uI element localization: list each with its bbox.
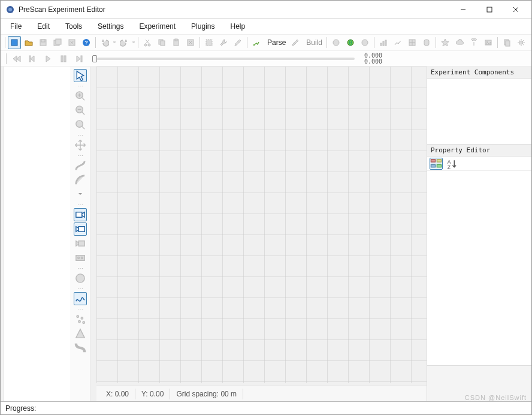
curve-tool[interactable] [74, 159, 87, 172]
skip-end-button[interactable] [72, 52, 86, 65]
canvas-status-bar: X: 0.00 Y: 0.00 Grid spacing: 00 m [96, 386, 427, 401]
tool-saveall-button[interactable] [51, 36, 64, 49]
vertical-toolbar: ⋯ ⋯ ⋯ ⋯ ⋯ ⋯ ⋯ [70, 67, 90, 401]
menu-experiment[interactable]: Experiment [133, 20, 182, 32]
zoom-out-tool[interactable] [74, 104, 87, 117]
rewind-full-button[interactable] [10, 52, 23, 65]
redo-dropdown[interactable] [132, 36, 135, 49]
tool-new-button[interactable] [8, 36, 21, 49]
grid-icon[interactable] [406, 36, 419, 49]
pencil-icon[interactable] [231, 36, 244, 49]
time-top: 0.000 [364, 53, 382, 59]
design-canvas[interactable] [96, 67, 427, 383]
playback-toolbar: 0.000 0.000 [1, 51, 531, 67]
menu-help[interactable]: Help [224, 20, 251, 32]
svg-rect-56 [431, 164, 435, 167]
svg-point-14 [144, 44, 147, 46]
play-button[interactable] [41, 52, 55, 65]
property-panel-body[interactable] [427, 171, 531, 365]
build-button[interactable] [289, 36, 302, 49]
svg-point-1 [8, 8, 12, 11]
rewind-step-button[interactable] [26, 52, 39, 65]
wrench-icon[interactable] [217, 36, 230, 49]
main-area: ⋯ ⋯ ⋯ ⋯ ⋯ ⋯ ⋯ [1, 67, 531, 401]
copy-button[interactable] [155, 36, 168, 49]
svg-rect-27 [383, 41, 384, 46]
camera-side-tool[interactable] [74, 237, 87, 250]
grid-background [96, 67, 427, 383]
svg-rect-55 [431, 159, 435, 161]
svg-rect-21 [206, 40, 212, 46]
antenna-icon[interactable] [467, 36, 480, 49]
menu-file[interactable]: File [4, 20, 28, 32]
pause-button[interactable] [57, 52, 70, 65]
shape-dropdown[interactable] [74, 188, 87, 201]
timeline-thumb[interactable] [92, 55, 97, 62]
paste-button[interactable] [170, 36, 183, 49]
property-toolbar: AZ [427, 157, 531, 171]
parse-label[interactable]: Parse [265, 38, 288, 47]
db-icon[interactable] [420, 36, 433, 49]
reel-tool[interactable] [74, 251, 87, 264]
components-panel-body[interactable] [427, 79, 531, 145]
status-grid: Grid spacing: 00 m [170, 389, 243, 399]
sphere-tool[interactable] [74, 272, 87, 285]
zoom-in-tool[interactable] [74, 89, 87, 103]
image-icon[interactable] [482, 36, 495, 49]
scatter-tool[interactable] [74, 312, 87, 326]
tool-open-button[interactable] [22, 36, 35, 49]
pointer-tool[interactable] [74, 69, 87, 82]
tool-export-button[interactable] [65, 36, 78, 49]
camera-right-tool[interactable] [74, 208, 87, 221]
close-button[interactable] [503, 1, 529, 18]
cut-button[interactable] [141, 36, 154, 49]
globe-grey-icon[interactable] [330, 36, 343, 49]
prop-categorized-button[interactable] [430, 158, 443, 170]
menu-settings[interactable]: Settings [92, 20, 129, 32]
arc-tool[interactable] [74, 173, 87, 187]
parse-button[interactable] [250, 36, 263, 49]
menubar: File Edit Tools Settings Experiment Plug… [1, 19, 531, 34]
redo-button[interactable] [117, 36, 131, 49]
svg-rect-3 [487, 7, 492, 12]
menu-plugins[interactable]: Plugins [185, 20, 220, 32]
cloud-icon[interactable] [453, 36, 466, 49]
menu-edit[interactable]: Edit [31, 20, 56, 32]
globe-grey2-icon[interactable] [358, 36, 371, 49]
svg-rect-44 [78, 227, 84, 232]
globe-green-icon[interactable] [344, 36, 357, 49]
undo-button[interactable] [98, 36, 111, 49]
chart2-icon[interactable] [391, 36, 404, 49]
tool-save-button[interactable] [37, 36, 50, 49]
star-icon[interactable] [439, 36, 452, 49]
maximize-button[interactable] [476, 1, 503, 18]
pan-tool[interactable] [74, 139, 87, 152]
bend-tool[interactable] [74, 341, 87, 354]
camera-left-tool[interactable] [74, 222, 87, 236]
cone-tool[interactable] [74, 327, 87, 340]
pages-icon[interactable] [500, 36, 513, 49]
zoom-fit-tool[interactable] [74, 118, 87, 131]
svg-rect-54 [96, 67, 427, 383]
window-title: PreScan Experiment Editor [19, 5, 450, 14]
help-icon[interactable]: ? [80, 36, 93, 49]
timeline-slider[interactable] [92, 58, 355, 60]
select-all-button[interactable] [202, 36, 216, 49]
svg-point-53 [83, 321, 84, 323]
undo-dropdown[interactable] [113, 36, 116, 49]
wave-tool[interactable] [74, 292, 87, 305]
build-label[interactable]: Build [304, 38, 325, 47]
gear-icon[interactable] [515, 36, 528, 49]
svg-rect-19 [175, 39, 177, 41]
titlebar: PreScan Experiment Editor [1, 1, 531, 19]
delete-button[interactable] [184, 36, 197, 49]
minimize-button[interactable] [450, 1, 476, 18]
svg-rect-37 [61, 56, 63, 62]
svg-rect-36 [29, 56, 31, 62]
svg-rect-6 [11, 40, 17, 46]
chart-icon[interactable] [377, 36, 390, 49]
svg-point-42 [75, 121, 82, 127]
menu-tools[interactable]: Tools [59, 20, 88, 32]
prop-alphabetical-button[interactable]: AZ [445, 158, 458, 170]
main-toolbar: ? Parse Build [1, 34, 531, 51]
